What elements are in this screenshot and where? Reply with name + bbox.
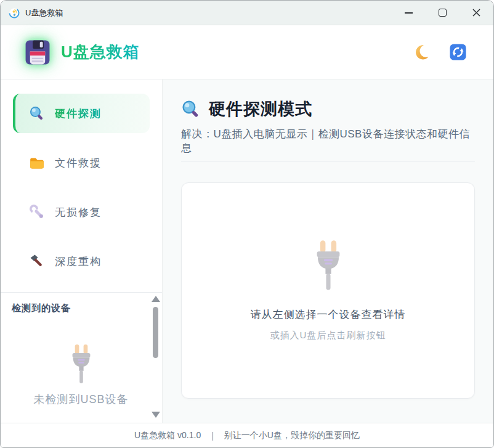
- refresh-icon: [450, 44, 466, 60]
- footer-tagline: 别让一个小U盘，毁掉你的重要回忆: [224, 430, 360, 441]
- empty-state-primary-text: 请从左侧选择一个设备查看详情: [251, 307, 406, 322]
- sidebar: 硬件探测 文件救援 无损修复: [1, 79, 163, 423]
- hammer-icon: [29, 253, 45, 269]
- app-window: U盘急救箱 U盘急救箱: [0, 0, 494, 448]
- device-detail-card: 请从左侧选择一个设备查看详情 或插入U盘后点击刷新按钮: [181, 182, 475, 399]
- theme-toggle-button[interactable]: [411, 43, 431, 62]
- maximize-button[interactable]: [426, 1, 460, 25]
- app-logo-icon: [9, 7, 20, 18]
- floppy-disk-icon: [22, 36, 54, 68]
- device-empty-state: 未检测到USB设备: [12, 344, 150, 407]
- magnifier-icon: [181, 99, 201, 119]
- plug-icon: [310, 240, 346, 291]
- page-subtitle: 解决：U盘插入电脑无显示｜检测USB设备连接状态和硬件信息: [181, 128, 475, 161]
- magnifier-icon: [29, 105, 45, 121]
- scroll-down-icon[interactable]: [152, 412, 160, 418]
- app-version: U盘急救箱 v0.1.0: [134, 430, 201, 441]
- app-header: U盘急救箱: [1, 25, 493, 79]
- sidebar-item-deep-rebuild[interactable]: 深度重构: [13, 242, 150, 281]
- detected-devices-panel: 检测到的设备 未检测到USB设备: [1, 293, 162, 422]
- content-row: 硬件探测 文件救援 无损修复: [1, 79, 493, 423]
- window-title: U盘急救箱: [25, 7, 63, 18]
- plug-icon: [67, 344, 95, 385]
- sidebar-scrollbar[interactable]: [151, 295, 161, 419]
- moon-icon: [413, 44, 429, 60]
- close-button[interactable]: [460, 1, 493, 25]
- maximize-icon: [439, 9, 447, 17]
- main-heading-row: 硬件探测模式: [181, 98, 475, 120]
- sidebar-item-hardware-detect[interactable]: 硬件探测: [13, 94, 150, 133]
- titlebar: U盘急救箱: [1, 1, 493, 25]
- refresh-button[interactable]: [448, 43, 468, 62]
- status-footer: U盘急救箱 v0.1.0 | 别让一个小U盘，毁掉你的重要回忆: [1, 423, 493, 447]
- sidebar-item-label: 无损修复: [55, 205, 102, 219]
- minimize-icon: [405, 12, 413, 14]
- scroll-up-icon[interactable]: [152, 296, 160, 302]
- footer-separator: |: [211, 431, 214, 441]
- empty-state-secondary-text: 或插入U盘后点击刷新按钮: [270, 330, 386, 341]
- detected-devices-title: 检测到的设备: [12, 303, 151, 314]
- folder-icon: [29, 155, 45, 171]
- sidebar-item-label: 深度重构: [55, 255, 102, 269]
- close-icon: [472, 8, 481, 17]
- wrench-icon: [29, 204, 45, 220]
- device-empty-text: 未检测到USB设备: [33, 392, 128, 407]
- app-title: U盘急救箱: [61, 41, 140, 63]
- sidebar-item-label: 硬件探测: [55, 107, 102, 121]
- main-panel: 硬件探测模式 解决：U盘插入电脑无显示｜检测USB设备连接状态和硬件信息 请从左…: [163, 79, 493, 423]
- sidebar-item-label: 文件救援: [55, 156, 102, 170]
- minimize-button[interactable]: [392, 1, 426, 25]
- page-title: 硬件探测模式: [209, 98, 312, 120]
- sidebar-item-lossless-repair[interactable]: 无损修复: [13, 192, 150, 232]
- scrollbar-thumb[interactable]: [153, 307, 158, 358]
- sidebar-item-file-rescue[interactable]: 文件救援: [13, 143, 150, 182]
